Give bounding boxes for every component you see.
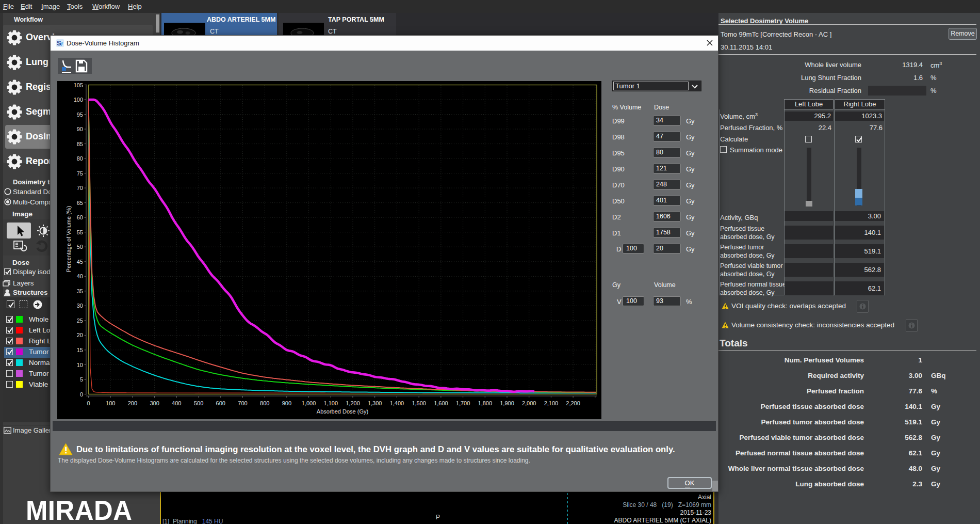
svg-text:2,000: 2,000: [522, 400, 536, 406]
svg-text:400: 400: [172, 400, 181, 406]
svg-text:1,600: 1,600: [434, 400, 448, 406]
svg-text:100: 100: [106, 400, 115, 406]
svg-text:1,400: 1,400: [390, 400, 404, 406]
svg-text:60: 60: [77, 214, 83, 220]
svg-text:45: 45: [77, 259, 83, 265]
svg-text:5: 5: [80, 376, 83, 383]
svg-text:Absorbed Dose (Gy): Absorbed Dose (Gy): [317, 408, 368, 415]
svg-text:105: 105: [74, 82, 83, 88]
svg-text:100: 100: [74, 97, 83, 103]
svg-text:900: 900: [282, 400, 291, 406]
svg-text:0: 0: [80, 391, 83, 398]
svg-text:35: 35: [77, 288, 83, 294]
svg-text:70: 70: [77, 185, 83, 191]
svg-text:500: 500: [194, 400, 203, 406]
svg-text:700: 700: [238, 400, 247, 406]
svg-text:30: 30: [77, 303, 83, 309]
svg-text:2,200: 2,200: [566, 400, 580, 406]
svg-text:1,300: 1,300: [368, 400, 382, 406]
svg-text:300: 300: [150, 400, 159, 406]
svg-text:55: 55: [77, 229, 83, 235]
svg-text:1,500: 1,500: [412, 400, 426, 406]
svg-text:85: 85: [77, 141, 83, 147]
svg-text:600: 600: [216, 400, 225, 406]
svg-text:800: 800: [260, 400, 269, 406]
svg-text:90: 90: [77, 126, 83, 132]
svg-text:50: 50: [77, 244, 83, 250]
svg-text:20: 20: [77, 332, 83, 338]
svg-text:200: 200: [128, 400, 137, 406]
svg-text:1,800: 1,800: [478, 400, 493, 406]
svg-text:25: 25: [77, 317, 83, 324]
svg-text:75: 75: [77, 170, 83, 177]
svg-text:Percentage of Volume (%): Percentage of Volume (%): [66, 206, 72, 272]
svg-text:80: 80: [77, 155, 83, 162]
svg-text:65: 65: [77, 200, 83, 206]
svg-text:40: 40: [77, 273, 83, 279]
svg-text:95: 95: [77, 112, 83, 118]
svg-text:1,000: 1,000: [302, 400, 316, 406]
svg-text:0: 0: [87, 400, 90, 406]
svg-text:1,100: 1,100: [324, 400, 338, 406]
svg-text:10: 10: [77, 362, 83, 368]
svg-text:1,900: 1,900: [500, 400, 514, 406]
svg-text:1,200: 1,200: [346, 400, 360, 406]
svg-text:15: 15: [77, 347, 83, 353]
svg-text:1,700: 1,700: [456, 400, 470, 406]
svg-text:2,100: 2,100: [544, 400, 559, 406]
